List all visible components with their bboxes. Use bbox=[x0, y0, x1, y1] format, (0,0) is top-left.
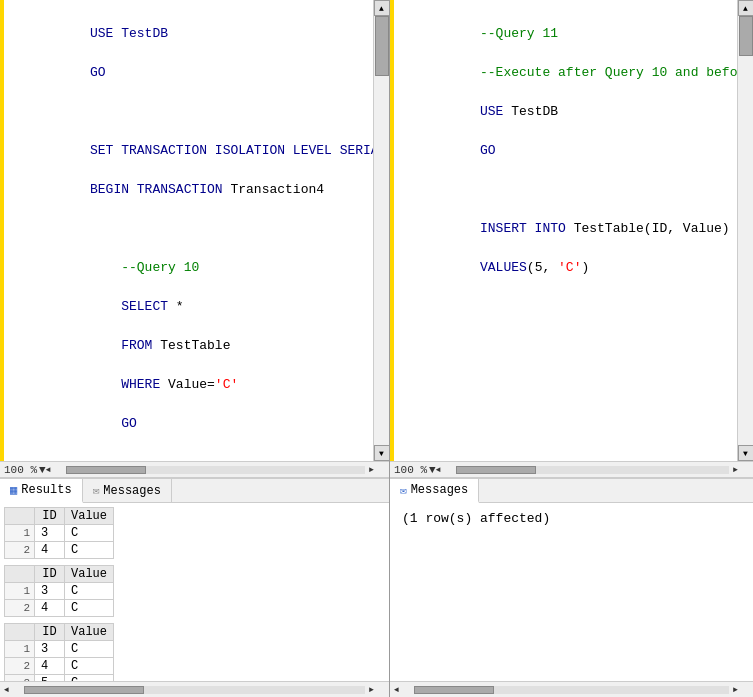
code-line: GO bbox=[90, 65, 106, 80]
right-scroll-thumb bbox=[739, 16, 753, 56]
code-line: VALUES bbox=[480, 260, 527, 275]
code-line: --Query 11 bbox=[480, 26, 558, 41]
left-hscroll-right-btn[interactable]: ► bbox=[369, 465, 385, 474]
right-code-area: --Query 11 --Execute after Query 10 and … bbox=[390, 0, 753, 461]
left-zoom-value: 100 % bbox=[4, 464, 37, 476]
left-results-hscroll: ◄ ► bbox=[0, 681, 389, 697]
table-row: 2 4 C bbox=[5, 658, 114, 675]
row-num: 2 bbox=[5, 600, 35, 617]
right-messages-content: (1 row(s) affected) bbox=[390, 503, 753, 681]
left-scroll-track[interactable] bbox=[374, 16, 390, 445]
code-line: TestTable bbox=[152, 338, 230, 353]
table-row: 1 3 C bbox=[5, 583, 114, 600]
cell-id: 3 bbox=[35, 641, 65, 658]
right-scroll-track[interactable] bbox=[738, 16, 754, 445]
right-results-hscroll-thumb bbox=[414, 686, 494, 694]
right-results-hscroll: ◄ ► bbox=[390, 681, 753, 697]
right-hscroll-left-btn[interactable]: ◄ bbox=[436, 465, 452, 474]
cell-id: 4 bbox=[35, 600, 65, 617]
tab-messages-right[interactable]: ✉ Messages bbox=[390, 479, 479, 503]
results-hscroll-right[interactable]: ► bbox=[369, 685, 385, 694]
right-hscroll-right-btn[interactable]: ► bbox=[733, 465, 749, 474]
left-hscroll-thumb bbox=[66, 466, 146, 474]
right-scroll-up-btn[interactable]: ▲ bbox=[738, 0, 754, 16]
results-hscroll-thumb bbox=[24, 686, 144, 694]
messages-tab-icon-right: ✉ bbox=[400, 484, 407, 497]
row-num: 1 bbox=[5, 525, 35, 542]
left-tab-bar: ▦ Results ✉ Messages bbox=[0, 479, 389, 503]
code-line: TestTable(ID, Value) bbox=[566, 221, 730, 236]
code-line: Transaction4 bbox=[223, 182, 324, 197]
cell-id: 4 bbox=[35, 658, 65, 675]
message-text: (1 row(s) affected) bbox=[402, 511, 550, 526]
code-line: ) bbox=[581, 260, 589, 275]
results-hscroll-track[interactable] bbox=[24, 686, 365, 694]
code-line: 'C' bbox=[215, 377, 238, 392]
code-line: BEGIN TRANSACTION bbox=[90, 182, 223, 197]
right-code-scroll[interactable]: --Query 11 --Execute after Query 10 and … bbox=[390, 0, 737, 461]
col-id-1: ID bbox=[35, 508, 65, 525]
results-hscroll-left[interactable]: ◄ bbox=[4, 685, 20, 694]
cell-id: 4 bbox=[35, 542, 65, 559]
right-pane: --Query 11 --Execute after Query 10 and … bbox=[390, 0, 753, 697]
right-scroll-down-btn[interactable]: ▼ bbox=[738, 445, 754, 461]
row-num: 1 bbox=[5, 641, 35, 658]
col-value-2: Value bbox=[65, 566, 114, 583]
right-results-area: ✉ Messages (1 row(s) affected) ◄ ► bbox=[390, 477, 753, 697]
left-scroll-up-btn[interactable]: ▲ bbox=[374, 0, 390, 16]
right-results-hscroll-left[interactable]: ◄ bbox=[394, 685, 410, 694]
table-row: 2 4 C bbox=[5, 542, 114, 559]
code-line: TestDB bbox=[503, 104, 558, 119]
left-zoom-dropdown-icon[interactable]: ▼ bbox=[39, 464, 46, 476]
col-rownum-3 bbox=[5, 624, 35, 641]
code-line: Value= bbox=[160, 377, 215, 392]
cell-id: 3 bbox=[35, 525, 65, 542]
table-row: 2 4 C bbox=[5, 600, 114, 617]
col-id-2: ID bbox=[35, 566, 65, 583]
tab-messages-left[interactable]: ✉ Messages bbox=[83, 479, 172, 502]
code-line: * bbox=[168, 299, 184, 314]
code-line: (5, bbox=[527, 260, 558, 275]
row-num: 2 bbox=[5, 542, 35, 559]
code-line: GO bbox=[480, 143, 496, 158]
right-results-hscroll-track[interactable] bbox=[414, 686, 729, 694]
cell-value: C bbox=[65, 583, 114, 600]
cell-value: C bbox=[65, 542, 114, 559]
code-line: WHERE bbox=[90, 377, 160, 392]
col-id-3: ID bbox=[35, 624, 65, 641]
left-pane: USE TestDB GO SET TRANSACTION ISOLATION … bbox=[0, 0, 390, 697]
right-results-hscroll-right[interactable]: ► bbox=[733, 685, 749, 694]
code-line: USE TestDB bbox=[90, 26, 168, 41]
main-area: USE TestDB GO SET TRANSACTION ISOLATION … bbox=[0, 0, 753, 697]
row-num: 1 bbox=[5, 583, 35, 600]
right-zoom-dropdown-icon[interactable]: ▼ bbox=[429, 464, 436, 476]
messages-tab-label-right: Messages bbox=[411, 483, 469, 497]
table-row: 1 3 C bbox=[5, 525, 114, 542]
result-table-2: ID Value 1 3 C 2 4 C bbox=[4, 565, 114, 617]
left-code-area: USE TestDB GO SET TRANSACTION ISOLATION … bbox=[0, 0, 389, 461]
row-num: 2 bbox=[5, 658, 35, 675]
table-row: 1 3 C bbox=[5, 641, 114, 658]
cell-value: C bbox=[65, 641, 114, 658]
left-results-area: ▦ Results ✉ Messages ID Value bbox=[0, 477, 389, 697]
col-rownum-2 bbox=[5, 566, 35, 583]
cell-value: C bbox=[65, 525, 114, 542]
code-line: before Query 12 bbox=[698, 65, 737, 80]
left-scroll-down-btn[interactable]: ▼ bbox=[374, 445, 390, 461]
code-line: GO bbox=[90, 416, 137, 431]
cell-value: C bbox=[65, 600, 114, 617]
right-hscroll-track[interactable] bbox=[456, 466, 729, 474]
left-results-content[interactable]: ID Value 1 3 C 2 4 C bbox=[0, 503, 389, 681]
right-hscroll-bar: 100 % ▼ ◄ ► bbox=[390, 461, 753, 477]
code-line: 'C' bbox=[558, 260, 581, 275]
results-tab-label: Results bbox=[21, 483, 71, 497]
right-tab-bar: ✉ Messages bbox=[390, 479, 753, 503]
right-hscroll-thumb bbox=[456, 466, 536, 474]
left-code-scroll[interactable]: USE TestDB GO SET TRANSACTION ISOLATION … bbox=[0, 0, 373, 461]
col-value-3: Value bbox=[65, 624, 114, 641]
left-hscroll-left-btn[interactable]: ◄ bbox=[46, 465, 62, 474]
code-line-and: and bbox=[675, 65, 698, 80]
left-hscroll-track[interactable] bbox=[66, 466, 365, 474]
code-line: SET TRANSACTION ISOLATION LEVEL SERIALIZ… bbox=[90, 143, 373, 158]
tab-results[interactable]: ▦ Results bbox=[0, 479, 83, 503]
